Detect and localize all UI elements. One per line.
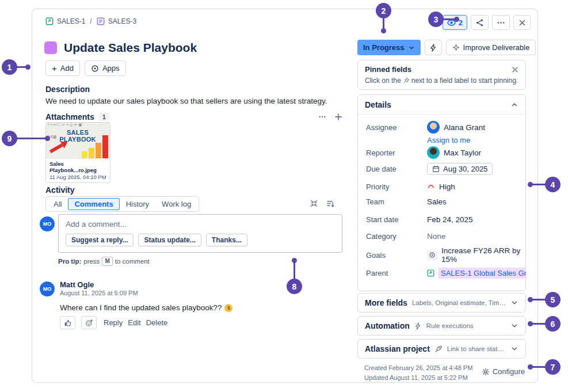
sort-comments-button[interactable] bbox=[326, 199, 335, 208]
more-fields-panel[interactable]: More fields Labels, Original estimate, T… bbox=[357, 293, 526, 313]
rocket-icon bbox=[434, 345, 443, 353]
automation-expand-button[interactable] bbox=[510, 322, 519, 330]
description-heading: Description bbox=[45, 85, 90, 94]
tab-comments[interactable]: Comments bbox=[68, 198, 119, 210]
plus-icon: + bbox=[52, 63, 57, 73]
delete-link[interactable]: Delete bbox=[146, 318, 168, 327]
attachments-count-badge: 1 bbox=[99, 113, 109, 121]
quick-reply-status-button[interactable]: Status update... bbox=[138, 234, 201, 246]
pin-icon bbox=[403, 77, 410, 84]
callout-5: 5 bbox=[545, 292, 561, 307]
attachments-more-button[interactable] bbox=[318, 113, 326, 121]
gear-icon bbox=[482, 368, 490, 376]
breadcrumb-parent-link[interactable]: SALES-1 bbox=[57, 17, 85, 25]
parent-issue-type-icon bbox=[45, 17, 54, 25]
callout-9: 9 bbox=[2, 131, 17, 146]
add-button[interactable]: + Add bbox=[45, 60, 80, 76]
more-actions-button[interactable] bbox=[492, 15, 510, 30]
field-reporter: Reporter Max Taylor bbox=[366, 146, 521, 159]
start-date-value[interactable]: Feb 24, 2025 bbox=[427, 215, 473, 224]
reply-link[interactable]: Reply bbox=[104, 318, 123, 327]
field-priority: Priority High bbox=[366, 180, 521, 193]
quick-reply-suggest-button[interactable]: Suggest a reply... bbox=[66, 234, 134, 246]
atlassian-project-summary: Link to share status and updates bbox=[447, 345, 506, 352]
pro-tip: Pro tip: press M to comment bbox=[58, 257, 150, 266]
tab-all[interactable]: All bbox=[47, 198, 68, 210]
issue-meta: Created February 26, 2025 at 4:48 PM Upd… bbox=[364, 364, 526, 384]
more-fields-summary: Labels, Original estimate, Time tracking… bbox=[412, 299, 506, 306]
pinned-fields-close-button[interactable] bbox=[512, 66, 519, 73]
atlassian-project-title: Atlassian project bbox=[365, 344, 430, 353]
parent-link[interactable]: SALES-1 Global Sales Growth Initiative bbox=[439, 268, 526, 279]
automation-quick-button[interactable] bbox=[425, 40, 442, 55]
field-category: Category None bbox=[366, 229, 521, 243]
add-reaction-button[interactable] bbox=[81, 316, 97, 329]
pinned-fields-title: Pinned fields bbox=[365, 65, 411, 74]
field-assignee: Assignee Alana Grant bbox=[366, 120, 521, 134]
assignee-name: Alana Grant bbox=[444, 123, 485, 132]
breadcrumb-current-link[interactable]: SALES-3 bbox=[108, 17, 136, 25]
priority-value: High bbox=[439, 182, 455, 191]
callout-3: 3 bbox=[428, 12, 444, 27]
goal-value: Increase FY26 ARR by 15% bbox=[441, 246, 521, 264]
atlassian-project-expand-button[interactable] bbox=[510, 345, 519, 353]
team-value[interactable]: Sales bbox=[427, 197, 447, 206]
apps-button[interactable]: Apps bbox=[85, 60, 126, 76]
field-team: Team Sales bbox=[366, 195, 521, 208]
like-button[interactable] bbox=[60, 316, 75, 329]
close-icon bbox=[519, 19, 526, 26]
description-text[interactable]: We need to update our sales playbook so … bbox=[45, 97, 345, 105]
comment-placeholder: Add a comment... bbox=[66, 220, 335, 229]
callout-1: 1 bbox=[2, 59, 17, 75]
activity-heading: Activity bbox=[45, 185, 75, 195]
improve-deliverable-button[interactable]: Improve Deliverable bbox=[446, 40, 536, 55]
attachment-card[interactable]: ?+¤!□✓+◎☀▣ ✎€▩ ⚙✉● SALES PLAYBOOK Sales … bbox=[45, 122, 110, 183]
activity-tabs: All Comments History Work log bbox=[45, 196, 199, 212]
edit-link[interactable]: Edit bbox=[128, 318, 140, 327]
quick-reply-thanks-button[interactable]: Thanks... bbox=[206, 234, 247, 246]
assign-to-me-link[interactable]: Assign to me bbox=[427, 136, 470, 144]
attachment-file-name: Sales Playbook...ro.jpeg bbox=[49, 161, 106, 173]
comment-input[interactable]: Add a comment... Suggest a reply... Stat… bbox=[58, 214, 342, 253]
goal-icon bbox=[427, 250, 437, 260]
lightning-icon bbox=[429, 44, 437, 52]
apps-icon bbox=[91, 64, 99, 73]
current-user-avatar: MO bbox=[40, 216, 55, 231]
tab-history[interactable]: History bbox=[120, 198, 155, 210]
pinned-fields-hint: Click on the next to a field label to st… bbox=[358, 74, 525, 85]
collapse-comments-button[interactable] bbox=[310, 199, 318, 208]
comment-author-name: Matt Ogle bbox=[60, 280, 94, 289]
bar-chart-graphic bbox=[82, 135, 108, 158]
field-start-date: Start date Feb 24, 2025 bbox=[366, 212, 521, 226]
callout-6: 6 bbox=[545, 316, 561, 332]
parent-issue-icon bbox=[427, 269, 434, 277]
attachment-file-date: 11 Aug 2025, 04:10 PM bbox=[49, 174, 106, 180]
breadcrumb-separator: / bbox=[89, 17, 93, 25]
callout-4: 4 bbox=[545, 177, 561, 192]
assignee-avatar bbox=[427, 121, 440, 134]
pinned-fields-panel: Pinned fields Click on the next to a fie… bbox=[357, 60, 526, 90]
atlassian-project-panel[interactable]: Atlassian project Link to share status a… bbox=[357, 339, 526, 359]
current-issue-type-icon bbox=[97, 17, 105, 25]
more-fields-title: More fields bbox=[365, 298, 407, 307]
attachments-heading: Attachments bbox=[45, 112, 94, 121]
close-button[interactable] bbox=[513, 15, 531, 30]
configure-button[interactable]: Configure bbox=[482, 367, 525, 376]
field-parent: Parent SALES-1 Global Sales Growth Initi… bbox=[366, 266, 521, 280]
comment-author-avatar: MO bbox=[40, 281, 55, 296]
automation-panel[interactable]: Automation Rule executions bbox=[357, 316, 526, 336]
details-collapse-button[interactable] bbox=[510, 101, 519, 109]
more-fields-expand-button[interactable] bbox=[510, 299, 519, 307]
share-button[interactable] bbox=[471, 15, 489, 30]
automation-summary: Rule executions bbox=[426, 322, 506, 329]
attachments-add-button[interactable] bbox=[334, 113, 342, 121]
status-dropdown[interactable]: In Progress bbox=[357, 40, 421, 55]
due-date-chip[interactable]: Aug 30, 2025 bbox=[427, 163, 493, 175]
tab-worklog[interactable]: Work log bbox=[155, 198, 197, 210]
callout-2: 2 bbox=[376, 3, 391, 18]
category-value[interactable]: None bbox=[427, 232, 445, 241]
priority-high-icon bbox=[427, 182, 435, 191]
details-title: Details bbox=[365, 100, 391, 109]
issue-detail-card: SALES-1 / SALES-3 2 bbox=[32, 9, 538, 383]
field-due-date: Due date Aug 30, 2025 bbox=[366, 162, 521, 176]
